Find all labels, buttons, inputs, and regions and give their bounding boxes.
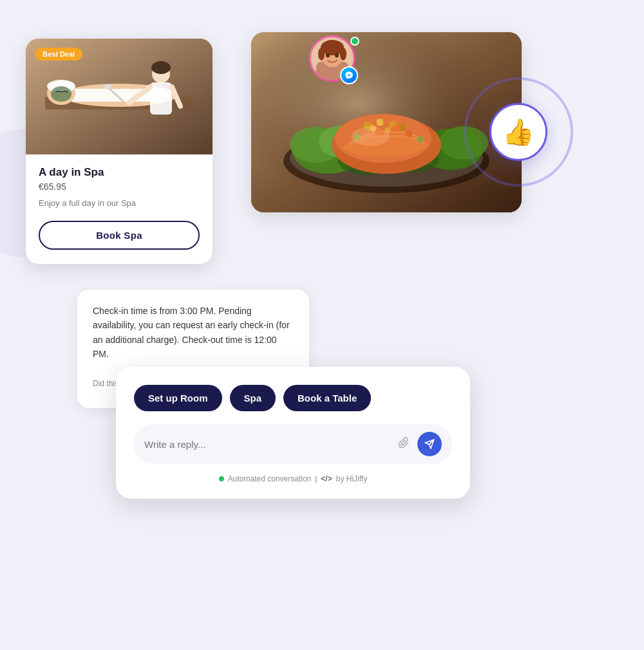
automated-label: Automated conversation (228, 474, 311, 483)
svg-rect-46 (417, 136, 423, 142)
spa-price: €65.95 (39, 181, 200, 192)
spa-title: A day in Spa (39, 166, 200, 179)
svg-rect-37 (376, 118, 384, 126)
chat-message: Check-in time is from 3:00 PM. Pending a… (93, 304, 294, 362)
footer-separator: | (315, 474, 317, 483)
svg-point-15 (51, 86, 71, 102)
spa-card-body: A day in Spa €65.95 Enjoy a full day in … (26, 154, 213, 264)
thumbs-up-badge: 👍 (489, 103, 547, 161)
avatar-container (309, 35, 355, 82)
messenger-badge (340, 66, 358, 84)
spa-button[interactable]: Spa (230, 385, 276, 411)
svg-point-8 (335, 53, 339, 58)
book-spa-button[interactable]: Book Spa (39, 221, 200, 250)
footer-branding: Automated conversation | </> by HiJiffy (134, 474, 452, 483)
reply-box (134, 424, 452, 464)
attach-button[interactable] (398, 437, 410, 452)
svg-point-43 (392, 125, 401, 132)
automated-dot (219, 476, 224, 481)
svg-point-5 (318, 48, 325, 60)
svg-point-44 (405, 131, 413, 137)
svg-point-47 (351, 127, 390, 146)
quick-buttons-row: Set up Room Spa Book a Table (134, 385, 452, 411)
spa-card: Best Deal A day in Spa €65.95 Enjoy a fu… (26, 39, 213, 264)
footer-brand: by HiJiffy (336, 474, 367, 483)
svg-point-7 (326, 53, 330, 58)
footer-code: </> (321, 474, 332, 483)
svg-point-17 (151, 61, 171, 74)
spa-card-image: Best Deal (26, 39, 213, 154)
thumbs-up-icon: 👍 (502, 117, 535, 147)
chat-panel: Set up Room Spa Book a Table Automated c… (116, 367, 470, 499)
book-table-button[interactable]: Book a Table (283, 385, 371, 411)
svg-point-22 (104, 84, 111, 89)
svg-rect-18 (150, 82, 172, 115)
send-button[interactable] (417, 432, 442, 456)
reply-input[interactable] (144, 439, 390, 450)
best-deal-badge: Best Deal (35, 48, 82, 60)
svg-point-6 (340, 48, 346, 60)
setup-room-button[interactable]: Set up Room (134, 385, 222, 411)
spa-description: Enjoy a full day in our Spa (39, 198, 200, 208)
